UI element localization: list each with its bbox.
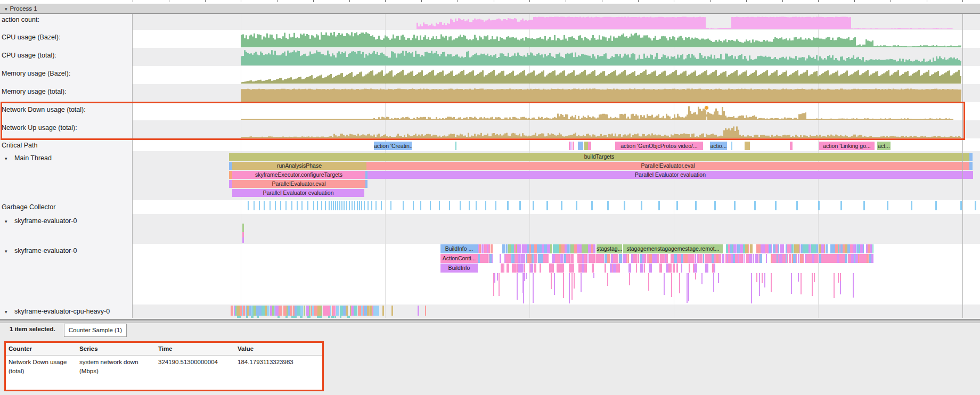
gc-event-tick[interactable] xyxy=(413,201,414,210)
gc-event-tick[interactable] xyxy=(818,201,820,210)
gc-event-tick[interactable] xyxy=(381,201,382,210)
trace-span[interactable]: action 'Creatin... xyxy=(374,142,412,150)
trace-span-sliver[interactable] xyxy=(676,264,678,273)
col-counter[interactable]: Counter xyxy=(9,345,77,352)
gc-event-tick[interactable] xyxy=(364,201,365,210)
gc-event-tick[interactable] xyxy=(507,201,509,210)
gc-event-tick[interactable] xyxy=(297,201,298,210)
trace-span-sliver[interactable] xyxy=(514,264,517,273)
track-label-net-up[interactable]: Network Up usage (total): xyxy=(0,124,134,131)
gc-event-tick[interactable] xyxy=(641,201,642,210)
trace-span[interactable]: ParallelEvaluator.eval xyxy=(232,180,365,188)
gc-event-tick[interactable] xyxy=(335,201,336,210)
gc-event-tick[interactable] xyxy=(317,201,318,210)
col-series[interactable]: Series xyxy=(79,345,154,352)
trace-span-sliver[interactable] xyxy=(607,254,610,263)
selected-sample-marker[interactable] xyxy=(704,105,709,110)
gc-event-tick[interactable] xyxy=(352,201,353,210)
trace-span-sliver[interactable] xyxy=(588,142,591,150)
gc-event-tick[interactable] xyxy=(280,201,281,210)
gc-event-tick[interactable] xyxy=(361,201,362,210)
trace-span-sliver[interactable] xyxy=(507,264,509,273)
trace-span-sliver[interactable] xyxy=(644,264,645,273)
trace-span-sliver[interactable] xyxy=(567,244,569,253)
track-label-main-thread[interactable]: ▾Main Thread xyxy=(0,154,132,162)
trace-span-sliver[interactable] xyxy=(766,254,767,263)
trace-span-sliver[interactable] xyxy=(790,142,793,150)
trace-span-sliver[interactable] xyxy=(699,254,703,263)
trace-span[interactable]: runAnalysisPhase xyxy=(232,162,366,170)
trace-span-sliver[interactable] xyxy=(573,142,574,150)
gc-event-tick[interactable] xyxy=(331,201,332,210)
trace-span[interactable]: buildTargets xyxy=(229,153,969,161)
trace-span[interactable]: BuildInfo xyxy=(440,264,478,273)
gc-event-tick[interactable] xyxy=(775,201,777,210)
trace-span-sliver[interactable] xyxy=(592,264,594,273)
track-row-action-count[interactable] xyxy=(133,14,980,30)
trace-span[interactable]: action 'GenObjcProtos video/... xyxy=(615,142,703,150)
gc-event-tick[interactable] xyxy=(960,201,962,210)
track-row-mem-total[interactable] xyxy=(133,84,980,102)
trace-span[interactable]: ActionConti... xyxy=(440,254,478,263)
trace-span-sliver[interactable] xyxy=(755,254,758,263)
trace-span[interactable]: action 'Linking go... xyxy=(819,142,875,150)
track-row-net-up[interactable] xyxy=(133,120,980,138)
track-row-mem-bazel[interactable] xyxy=(133,66,980,84)
trace-span-sliver[interactable] xyxy=(695,254,696,263)
trace-span-sliver[interactable] xyxy=(247,306,249,316)
trace-span-sliver[interactable] xyxy=(733,244,737,253)
trace-span-sliver[interactable] xyxy=(640,264,643,273)
trace-span-sliver[interactable] xyxy=(714,264,715,273)
trace-span-sliver[interactable] xyxy=(636,254,638,263)
gc-event-tick[interactable] xyxy=(368,201,369,210)
trace-span-sliver[interactable] xyxy=(781,244,784,253)
gc-event-tick[interactable] xyxy=(714,201,716,210)
gc-event-tick[interactable] xyxy=(313,201,314,210)
gc-event-tick[interactable] xyxy=(346,201,347,210)
trace-span-sliver[interactable] xyxy=(851,254,854,263)
gc-event-tick[interactable] xyxy=(533,201,534,210)
gc-event-tick[interactable] xyxy=(341,201,342,210)
gc-event-tick[interactable] xyxy=(519,201,521,210)
trace-span-sliver[interactable] xyxy=(508,254,511,263)
trace-span-sliver[interactable] xyxy=(559,254,560,263)
trace-span-sliver[interactable] xyxy=(562,264,564,273)
trace-span-sliver[interactable] xyxy=(722,254,724,263)
gc-event-tick[interactable] xyxy=(676,201,678,210)
trace-span-sliver[interactable] xyxy=(824,244,825,253)
trace-span-sliver[interactable] xyxy=(628,264,631,273)
trace-span-sliver[interactable] xyxy=(584,142,588,150)
trace-span-sliver[interactable] xyxy=(601,254,604,263)
gc-event-tick[interactable] xyxy=(469,201,470,210)
gc-event-tick[interactable] xyxy=(449,201,450,210)
trace-span-sliver[interactable] xyxy=(336,306,339,316)
gc-event-tick[interactable] xyxy=(863,201,865,210)
trace-span-sliver[interactable] xyxy=(584,264,587,273)
gc-event-tick[interactable] xyxy=(325,201,326,210)
trace-span-sliver[interactable] xyxy=(481,244,484,253)
trace-span-sliver[interactable] xyxy=(666,254,668,263)
trace-span-sliver[interactable] xyxy=(703,254,704,263)
gc-event-tick[interactable] xyxy=(291,201,292,210)
trace-span-sliver[interactable] xyxy=(618,264,620,273)
trace-span-sliver[interactable] xyxy=(231,306,233,316)
trace-span-sliver[interactable] xyxy=(816,244,818,253)
trace-span-sliver[interactable] xyxy=(573,264,574,273)
trace-span-sliver[interactable] xyxy=(532,254,534,263)
track-label-cpu-bazel[interactable]: CPU usage (Bazel): xyxy=(0,34,134,41)
expander-icon[interactable]: ▾ xyxy=(5,249,14,254)
gc-event-tick[interactable] xyxy=(371,201,372,210)
gc-event-tick[interactable] xyxy=(344,201,345,210)
trace-span[interactable]: stagstag... xyxy=(597,244,622,253)
trace-span-sliver[interactable] xyxy=(778,244,779,253)
track-row-cpu-total[interactable] xyxy=(133,48,980,66)
trace-span-sliver[interactable] xyxy=(488,244,490,253)
trace-span-sliver[interactable] xyxy=(619,254,622,263)
gc-event-tick[interactable] xyxy=(624,201,625,210)
trace-span[interactable]: skyframeExecutor.configureTargets xyxy=(232,171,365,179)
trace-span-sliver[interactable] xyxy=(698,254,699,263)
gc-event-tick[interactable] xyxy=(695,201,697,210)
trace-span[interactable]: stagagemenstagagemestage.remot... xyxy=(623,244,723,253)
gc-event-tick[interactable] xyxy=(275,201,276,210)
trace-span-sliver[interactable] xyxy=(333,306,336,316)
